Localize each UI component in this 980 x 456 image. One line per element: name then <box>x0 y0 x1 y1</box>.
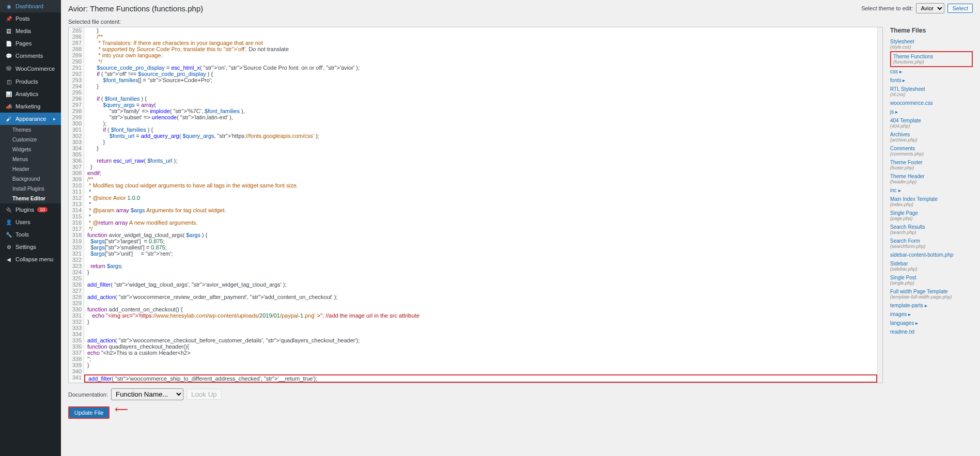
menu-tools[interactable]: 🔧Tools <box>0 228 61 241</box>
code-line[interactable]: } <box>84 83 877 89</box>
code-line[interactable]: * <box>84 188 877 195</box>
update-file-button[interactable]: Update File <box>68 406 110 419</box>
code-line[interactable]: * into your own language. <box>84 52 877 58</box>
code-line[interactable]: "str">'family' => implode( "str">'%7C', … <box>84 108 877 114</box>
doc-select[interactable]: Function Name... <box>111 388 183 400</box>
code-line[interactable]: * <box>84 213 877 219</box>
code-line[interactable]: * @return array A new modified arguments… <box>84 219 877 226</box>
file-link[interactable]: Single Post <box>890 275 973 280</box>
file-images-[interactable]: images ▸ <box>890 310 973 319</box>
code-line[interactable]: $args["str">'largest'] = 0.875; <box>84 238 877 244</box>
file-theme-header[interactable]: Theme Header(header.php) <box>890 172 973 186</box>
file-full-width-page-template[interactable]: Full width Page Template(template-full-w… <box>890 287 973 301</box>
submenu-theme-editor[interactable]: Theme Editor <box>0 194 61 203</box>
code-line[interactable]: } <box>84 269 877 275</box>
menu-settings[interactable]: ⚙Settings <box>0 241 61 253</box>
submenu-menus[interactable]: Menus <box>0 154 61 164</box>
code-line[interactable] <box>84 331 877 337</box>
file-link[interactable]: readme.txt <box>890 329 973 335</box>
code-line[interactable]: } <box>84 362 877 368</box>
code-line[interactable]: "str">'subset' => urlencode( "str">'lati… <box>84 114 877 120</box>
menu-analytics[interactable]: 📊Analytics <box>0 88 61 100</box>
code-line[interactable] <box>84 89 877 96</box>
code-line[interactable]: /** <box>84 34 877 40</box>
code-line[interactable]: } <box>84 139 877 145</box>
file-link[interactable]: sidebar-content-bottom.php <box>890 252 973 258</box>
file-link[interactable]: js ▸ <box>890 109 973 115</box>
code-line[interactable]: $source_code_pro_display = esc_html_x( "… <box>84 65 877 71</box>
file-link[interactable]: Main Index Template <box>890 196 973 202</box>
menu-pages[interactable]: 📄Pages <box>0 37 61 50</box>
code-line[interactable]: /** <box>84 176 877 182</box>
file-link[interactable]: Theme Functions <box>893 54 970 59</box>
code-line[interactable]: return $args; <box>84 263 877 269</box>
select-button[interactable]: Select <box>947 4 973 13</box>
file-link[interactable]: images ▸ <box>890 311 973 317</box>
code-line[interactable]: * supported by Source Code Pro, translat… <box>84 46 877 52</box>
code-line[interactable]: * Translators: If there are characters i… <box>84 40 877 46</box>
code-line[interactable]: $args["str">'smallest'] = 0.875; <box>84 244 877 250</box>
file-link[interactable]: Stylesheet <box>890 39 973 44</box>
file-single-post[interactable]: Single Post(single.php) <box>890 273 973 287</box>
lookup-button[interactable]: Look Up <box>186 389 222 400</box>
file-theme-footer[interactable]: Theme Footer(footer.php) <box>890 158 973 172</box>
code-line[interactable] <box>84 275 877 281</box>
code-line[interactable]: } <box>84 27 877 34</box>
code-line[interactable] <box>84 368 877 374</box>
code-line[interactable]: * <box>84 201 877 207</box>
file-inc-[interactable]: inc ▸ <box>890 186 973 195</box>
submenu-widgets[interactable]: Widgets <box>0 145 61 154</box>
file-rtl-stylesheet[interactable]: RTL Stylesheet(rtl.css) <box>890 85 973 99</box>
file-link[interactable]: Archives <box>890 132 973 137</box>
submenu-customize[interactable]: Customize <box>0 135 61 145</box>
file-single-page[interactable]: Single Page(page.php) <box>890 209 973 223</box>
file-css-[interactable]: css ▸ <box>890 67 973 76</box>
code-line[interactable]: * @param array $args Arguments for tag c… <box>84 207 877 213</box>
code-line[interactable]: $query_args = array( <box>84 102 877 108</box>
code-line[interactable]: add_action( "str">'woocommerce_review_or… <box>84 294 877 300</box>
menu-woocommerce[interactable]: ⓌWooCommerce <box>0 62 61 75</box>
menu-marketing[interactable]: 📣Marketing <box>0 100 61 113</box>
file-languages-[interactable]: languages ▸ <box>890 319 973 327</box>
file-link[interactable]: Comments <box>890 146 973 151</box>
file-template-parts-[interactable]: template-parts ▸ <box>890 301 973 310</box>
code-line[interactable]: } <box>84 164 877 170</box>
file-link[interactable]: RTL Stylesheet <box>890 86 973 92</box>
file-link[interactable]: languages ▸ <box>890 320 973 326</box>
code-line[interactable]: */ <box>84 58 877 65</box>
code-line[interactable]: "; <box>84 356 877 362</box>
file-archives[interactable]: Archives(archive.php) <box>890 130 973 144</box>
file-link[interactable]: woocommerce.css <box>890 100 973 106</box>
scrollbar[interactable] <box>877 27 882 383</box>
code-line[interactable]: echo "<img src=">'https://www.heresylab.… <box>84 312 877 319</box>
menu-users[interactable]: 👤Users <box>0 216 61 228</box>
file-sidebar[interactable]: Sidebar(sidebar.php) <box>890 259 973 273</box>
file-link[interactable]: fonts ▸ <box>890 77 973 83</box>
code-line[interactable] <box>84 325 877 331</box>
code-line[interactable] <box>84 257 877 263</box>
menu-plugins[interactable]: 🔌Plugins10 <box>0 203 61 216</box>
code-editor[interactable]: 285 }286 /**287 * Translators: If there … <box>68 27 883 383</box>
code-line[interactable]: echo "<h2>This is a custom Header<h2> <box>84 350 877 356</box>
code-line[interactable]: add_action( "str">'woocommerce_checkout_… <box>84 337 877 343</box>
file-sidebar-content-bottom-php[interactable]: sidebar-content-bottom.php <box>890 250 973 259</box>
code-line[interactable]: if ( $font_families ) { <box>84 96 877 102</box>
code-line[interactable]: function add_content_on_checkout() { <box>84 306 877 312</box>
file-readme-txt[interactable]: readme.txt <box>890 327 973 336</box>
theme-select[interactable]: Avior <box>916 3 944 13</box>
submenu-header[interactable]: Header <box>0 164 61 174</box>
menu-media[interactable]: 🖼Media <box>0 25 61 37</box>
file-woocommerce-css[interactable]: woocommerce.css <box>890 99 973 107</box>
file-link[interactable]: Theme Footer <box>890 160 973 165</box>
file-search-form[interactable]: Search Form(searchform.php) <box>890 237 973 250</box>
code-line[interactable]: add_filter( "str">'woocommerce_ship_to_d… <box>84 374 877 383</box>
file-fonts-[interactable]: fonts ▸ <box>890 76 973 85</box>
code-line[interactable]: $fonts_url = add_query_arg( $query_args,… <box>84 133 877 139</box>
file-link[interactable]: 404 Template <box>890 118 973 123</box>
menu-products[interactable]: ◫Products <box>0 75 61 88</box>
file-link[interactable]: inc ▸ <box>890 187 973 193</box>
submenu-background[interactable]: Background <box>0 174 61 184</box>
code-line[interactable]: } <box>84 319 877 325</box>
code-line[interactable]: */ <box>84 226 877 232</box>
code-line[interactable]: ); <box>84 120 877 127</box>
